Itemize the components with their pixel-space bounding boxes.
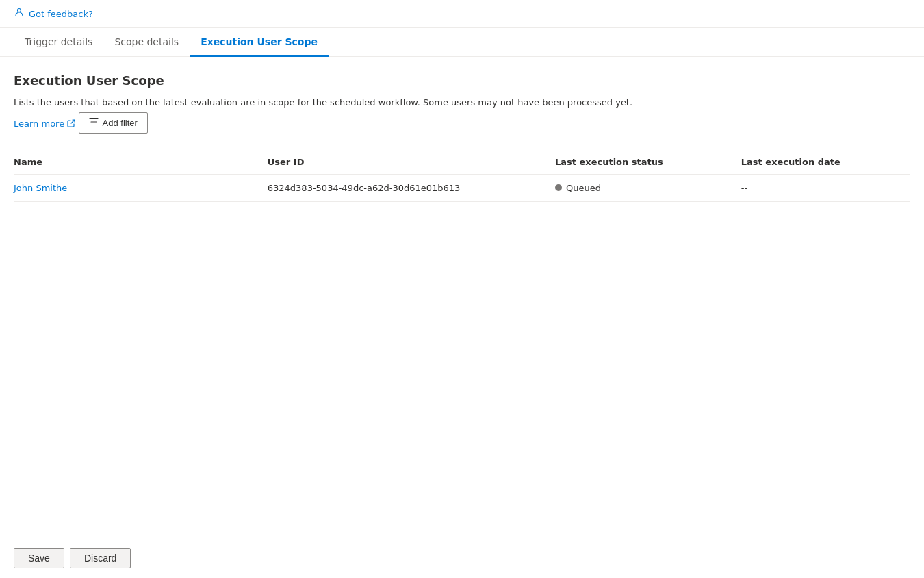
table-row: John Smithe 6324d383-5034-49dc-a62d-30d6… [14, 174, 910, 201]
page-title: Execution User Scope [14, 73, 910, 88]
table-body: John Smithe 6324d383-5034-49dc-a62d-30d6… [14, 174, 910, 201]
save-button[interactable]: Save [14, 548, 64, 568]
status-dot [555, 184, 562, 191]
feedback-link[interactable]: Got feedback? [29, 9, 93, 19]
table-header-row: Name User ID Last execution status Last … [14, 150, 910, 175]
cell-last-execution-date: -- [741, 174, 910, 201]
col-header-last-execution-date: Last execution date [741, 150, 910, 175]
description-text: Lists the users that based on the latest… [14, 96, 910, 110]
tabs-bar: Trigger details Scope details Execution … [0, 28, 924, 57]
status-cell: Queued [555, 183, 733, 193]
svg-point-0 [18, 9, 21, 12]
filter-icon [89, 117, 99, 129]
tab-scope-details[interactable]: Scope details [103, 28, 190, 57]
action-bar: Save Discard [0, 538, 924, 578]
discard-button[interactable]: Discard [70, 548, 131, 568]
col-header-name: Name [14, 150, 268, 175]
cell-user-id: 6324d383-5034-49dc-a62d-30d61e01b613 [268, 174, 555, 201]
learn-more-label: Learn more [14, 118, 64, 129]
cell-last-execution-status: Queued [555, 174, 741, 201]
col-header-last-execution-status: Last execution status [555, 150, 741, 175]
add-filter-button[interactable]: Add filter [79, 112, 148, 134]
external-link-icon [67, 119, 75, 127]
cell-name: John Smithe [14, 174, 268, 201]
feedback-bar: Got feedback? [0, 0, 924, 28]
status-label: Queued [566, 183, 601, 193]
feedback-icon [14, 7, 25, 21]
add-filter-label: Add filter [103, 118, 138, 128]
col-header-user-id: User ID [268, 150, 555, 175]
user-name-link[interactable]: John Smithe [14, 183, 67, 193]
learn-more-link[interactable]: Learn more [14, 118, 75, 129]
main-content: Execution User Scope Lists the users tha… [0, 57, 924, 538]
tab-execution-user-scope[interactable]: Execution User Scope [190, 28, 329, 57]
tab-trigger-details[interactable]: Trigger details [14, 28, 103, 57]
data-table: Name User ID Last execution status Last … [14, 150, 910, 202]
